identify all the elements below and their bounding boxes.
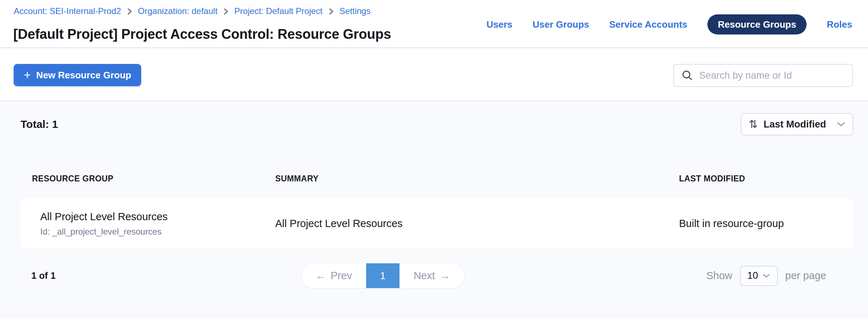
tab-resource-groups[interactable]: Resource Groups [707,14,807,34]
page-size-control: Show 10 per page [706,263,826,288]
show-label: Show [706,270,733,282]
page-header: Account: SEI-Internal-Prod2 Organization… [0,0,868,48]
column-header-resource-group: RESOURCE GROUP [32,174,275,184]
resource-group-name-cell: All Project Level Resources Id: _all_pro… [32,210,275,237]
breadcrumb-separator-icon [127,8,132,15]
arrow-left-icon: ← [315,271,326,281]
next-page-button[interactable]: Next → [400,263,464,288]
table-row[interactable]: All Project Level Resources Id: _all_pro… [20,198,854,249]
breadcrumb-settings-link[interactable]: Settings [340,6,371,17]
arrow-right-icon: → [440,271,450,281]
toolbar: + New Resource Group [0,49,868,101]
page-title: [Default Project] Project Access Control… [13,26,391,42]
access-control-tabs: Users User Groups Service Accounts Resou… [486,14,852,34]
sort-dropdown-label: Last Modified [763,119,831,130]
total-count-label: Total: 1 [20,113,58,135]
new-resource-group-button-label: New Resource Group [36,70,131,81]
page-range-label: 1 of 1 [31,263,56,288]
resource-group-last-modified: Built in resource-group [679,218,854,230]
plus-icon: + [24,69,31,81]
search-icon [682,70,693,81]
resource-group-id: Id: _all_project_level_resources [40,226,275,237]
current-page-button[interactable]: 1 [366,263,400,288]
table-header-row: RESOURCE GROUP SUMMARY LAST MODIFIED [32,174,854,184]
column-header-last-modified: LAST MODIFIED [679,174,854,184]
breadcrumb-separator-icon [223,8,228,15]
next-page-label: Next [414,270,435,282]
per-page-label: per page [785,270,827,282]
chevron-down-icon [837,122,845,127]
new-resource-group-button[interactable]: + New Resource Group [14,64,141,86]
tab-users[interactable]: Users [486,19,512,30]
resource-group-name: All Project Level Resources [40,210,275,223]
breadcrumb-account-link[interactable]: Account: SEI-Internal-Prod2 [14,6,121,17]
prev-page-label: Prev [331,270,352,282]
breadcrumb-organization-link[interactable]: Organization: default [138,6,217,17]
resource-groups-list-section: Total: 1 ⇅ Last Modified RESOURCE GROUP … [0,102,868,319]
prev-page-button[interactable]: ← Prev [301,263,366,288]
breadcrumb-separator-icon [328,8,334,15]
sort-arrows-icon: ⇅ [749,119,758,130]
breadcrumb: Account: SEI-Internal-Prod2 Organization… [14,6,370,17]
tab-user-groups[interactable]: User Groups [532,19,589,30]
breadcrumb-project-link[interactable]: Project: Default Project [234,6,322,17]
sort-dropdown[interactable]: ⇅ Last Modified [741,113,853,135]
chevron-down-icon [762,273,770,278]
page-size-select[interactable]: 10 [740,266,778,286]
pagination-control: ← Prev 1 Next → [301,263,464,288]
search-box [673,64,853,87]
tab-service-accounts[interactable]: Service Accounts [609,19,687,30]
column-header-summary: SUMMARY [275,174,679,184]
tab-roles[interactable]: Roles [827,19,852,30]
page-size-value: 10 [747,270,758,281]
resource-group-summary: All Project Level Resources [275,218,679,230]
search-input[interactable] [699,70,844,81]
